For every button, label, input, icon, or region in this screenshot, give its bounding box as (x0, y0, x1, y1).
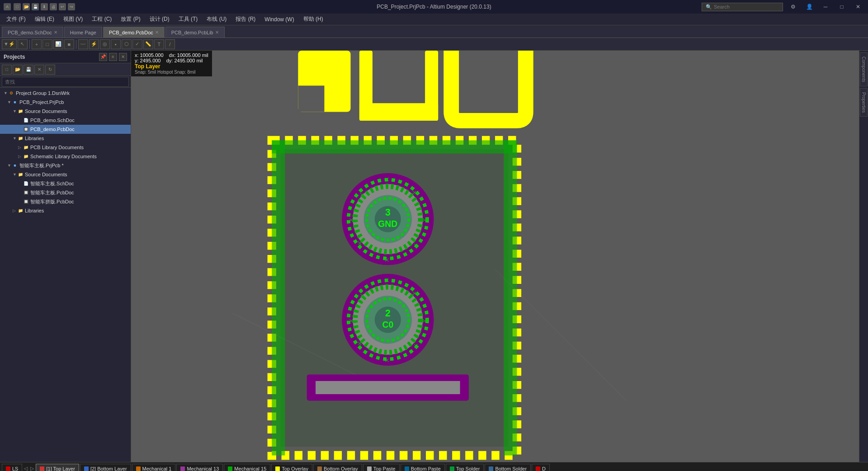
tree-schdoc[interactable]: 📄 PCB_demo.SchDoc (0, 116, 131, 125)
open-project-btn[interactable]: 📂 (13, 65, 23, 75)
menu-window[interactable]: Window (W) (260, 14, 298, 25)
filter-btn[interactable]: ▼⚡ (2, 39, 17, 49)
expand-arrow[interactable]: ▼ (4, 91, 8, 95)
layer-top-paste[interactable]: Top Paste (363, 464, 400, 471)
tree-smart-sch[interactable]: 📄 智能车主板.SchDoc (0, 179, 131, 188)
print-icon[interactable]: 🖨 (50, 3, 57, 10)
tree-smart-pcb[interactable]: 🔲 智能车主板.PcbDoc (0, 188, 131, 197)
layer-mech1[interactable]: Mechanical 1 (132, 464, 176, 471)
tree-pcbdoc[interactable]: 🔲 PCB_demo.PcbDoc (0, 125, 131, 134)
svg-text:✕: ✕ (422, 217, 427, 224)
tree-smart-project[interactable]: ▼ ■ 智能车主板.PrjPcb * (0, 161, 131, 170)
menu-place[interactable]: 放置 (P) (116, 14, 145, 25)
tree-libraries[interactable]: ▼ 📁 Libraries (0, 134, 131, 143)
layer-nav-next[interactable]: ▷ (29, 466, 35, 471)
tab-schematic-close[interactable]: ✕ (54, 30, 57, 35)
fill-btn[interactable]: ▪ (111, 39, 121, 49)
rect-btn[interactable]: □ (42, 39, 52, 49)
tab-pcblib[interactable]: PCB_demo.PcbLib ✕ (165, 27, 225, 38)
panel-menu-btn[interactable]: ≡ (109, 53, 117, 61)
tree-pcb-project[interactable]: ▼ ■ PCB_Project.PrjPcb (0, 98, 131, 107)
expand-arrow[interactable]: ▼ (13, 172, 17, 177)
layer-top-overlay[interactable]: Top Overlay (271, 464, 312, 471)
layer-bottom-overlay[interactable]: Bottom Overlay (313, 464, 362, 471)
tab-schematic[interactable]: PCB_demo.SchDoc ✕ (2, 27, 63, 38)
expand-arrow[interactable]: ▼ (7, 163, 12, 168)
panel-pin-btn[interactable]: 📌 (99, 53, 107, 61)
maximize-button[interactable]: □ (835, 2, 848, 11)
layer-bottom-overlay-label: Bottom Overlay (324, 466, 358, 471)
line-btn[interactable]: / (165, 39, 175, 49)
route1-btn[interactable]: 〰 (78, 39, 88, 49)
layer-bottom-solder[interactable]: Bottom Solder (485, 464, 531, 471)
tree-project-group[interactable]: ▼ ⚙ Project Group 1.DsnWrk (0, 89, 131, 98)
text-btn[interactable]: T (154, 39, 164, 49)
panel-close-btn[interactable]: ✕ (119, 53, 127, 61)
menu-project[interactable]: 工程 (C) (87, 14, 116, 25)
tree-search-input[interactable] (2, 77, 129, 87)
expand-arrow[interactable]: ▷ (18, 154, 23, 159)
new-icon[interactable]: □ (14, 3, 21, 10)
save-project-btn[interactable]: 💾 (24, 65, 33, 75)
expand-arrow[interactable]: ▼ (7, 100, 12, 104)
components-panel-tab[interactable]: Components (860, 52, 868, 86)
expand-arrow[interactable]: ▷ (13, 208, 17, 213)
poly-btn[interactable]: ⬡ (122, 39, 132, 49)
save-all-icon[interactable]: ⬇ (41, 3, 48, 10)
route2-btn[interactable]: ⚡ (89, 39, 99, 49)
undo-icon[interactable]: ↩ (59, 3, 66, 10)
expand-arrow[interactable]: ▷ (18, 145, 23, 150)
layer-ls[interactable]: LS (2, 464, 22, 471)
menu-tools[interactable]: 工具 (T) (174, 14, 203, 25)
settings-icon[interactable]: ⚙ (787, 2, 799, 11)
layer-d[interactable]: D (532, 464, 550, 471)
layer-top-solder[interactable]: Top Solder (446, 464, 484, 471)
open-icon[interactable]: 📂 (23, 3, 30, 10)
search-input[interactable] (714, 4, 777, 9)
search-box[interactable]: 🔍 (702, 3, 783, 11)
tab-pcbdoc[interactable]: PCB_demo.PcbDoc ✕ (103, 27, 165, 38)
layer-bottom[interactable]: [2] Bottom Layer (80, 464, 131, 471)
tree-smart-panel[interactable]: 🔲 智能车拼版.PcbDoc (0, 197, 131, 206)
user-icon[interactable]: 👤 (803, 2, 816, 11)
expand-arrow[interactable]: ▼ (13, 109, 17, 113)
properties-panel-tab[interactable]: Properties (860, 88, 868, 117)
menu-edit[interactable]: 编辑 (E) (30, 14, 59, 25)
layer-bottom-paste[interactable]: Bottom Paste (401, 464, 445, 471)
menu-design[interactable]: 设计 (D) (145, 14, 174, 25)
menu-report[interactable]: 报告 (R) (231, 14, 260, 25)
drc-btn[interactable]: ✓ (132, 39, 142, 49)
via-btn[interactable]: ◎ (100, 39, 110, 49)
save-icon[interactable]: 💾 (32, 3, 39, 10)
menu-route[interactable]: 布线 (U) (202, 14, 231, 25)
layer-mech15[interactable]: Mechanical 15 (224, 464, 270, 471)
tree-pcb-lib-docs[interactable]: ▷ 📁 PCB Library Documents (0, 143, 131, 152)
chart-btn[interactable]: 📊 (53, 39, 63, 49)
new-project-btn[interactable]: □ (2, 65, 12, 75)
meas-btn[interactable]: 📏 (143, 39, 153, 49)
tree-sch-lib-docs[interactable]: ▷ 📁 Schematic Library Documents (0, 152, 131, 161)
refresh-btn[interactable]: ↻ (45, 65, 55, 75)
tab-pcblib-close[interactable]: ✕ (215, 30, 219, 35)
pcb-drawing[interactable]: 3 GND ✕ ✕ ✕ ✕ ✕ ✕ ✕ ✕ (131, 51, 859, 462)
tab-pcbdoc-close[interactable]: ✕ (155, 30, 159, 35)
menu-help[interactable]: 帮助 (H) (299, 14, 328, 25)
layer-mech13[interactable]: Mechanical 13 (176, 464, 223, 471)
layer-top[interactable]: [1] Top Layer (36, 464, 79, 471)
menu-view[interactable]: 视图 (V) (59, 14, 87, 25)
tree-libraries2[interactable]: ▷ 📁 Libraries (0, 206, 131, 215)
expand-arrow[interactable]: ▼ (13, 136, 17, 141)
layer-nav-prev[interactable]: ◁ (23, 466, 28, 471)
close-project-btn[interactable]: ✕ (34, 65, 44, 75)
select-btn[interactable]: ↖ (18, 39, 28, 49)
close-button[interactable]: ✕ (852, 2, 864, 11)
tree-source-docs[interactable]: ▼ 📁 Source Documents (0, 107, 131, 116)
redo-icon[interactable]: ↪ (68, 3, 75, 10)
tree-source-docs2[interactable]: ▼ 📁 Source Documents (0, 170, 131, 179)
menu-file[interactable]: 文件 (F) (2, 14, 30, 25)
pcb-canvas-area[interactable]: x: 10005.000 dx: 10005.000 mil y: 2495.0… (131, 51, 859, 462)
add-btn[interactable]: + (32, 39, 42, 49)
minimize-button[interactable]: ─ (819, 2, 832, 11)
tab-home[interactable]: Home Page (64, 27, 102, 38)
square-btn[interactable]: ■ (64, 39, 74, 49)
